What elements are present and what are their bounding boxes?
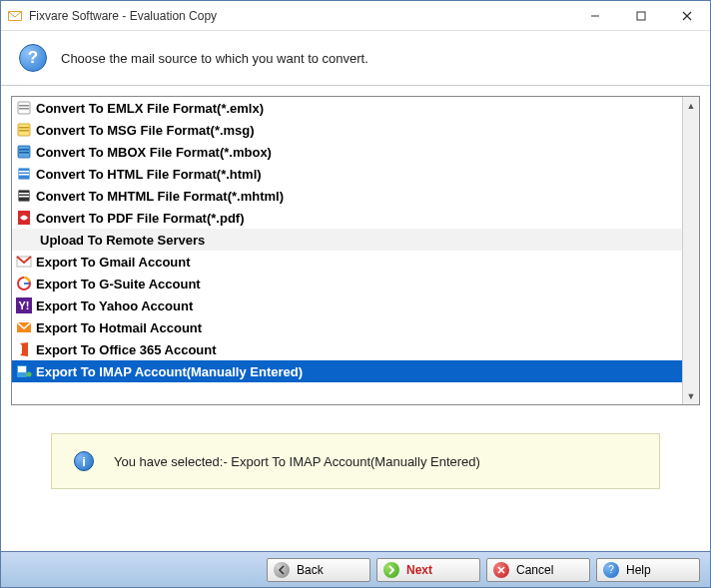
list-item-label: Convert To PDF File Format(*.pdf) — [36, 211, 244, 226]
next-button[interactable]: Next — [376, 558, 480, 582]
list-item-hotmail[interactable]: Export To Hotmail Account — [12, 316, 682, 338]
minimize-button[interactable] — [572, 1, 618, 30]
mbox-icon — [16, 144, 32, 160]
svg-rect-28 — [18, 366, 26, 372]
cancel-button[interactable]: Cancel — [486, 558, 590, 582]
bottom-bar: Back Next Cancel ? Help — [1, 551, 710, 587]
list-item-yahoo[interactable]: Y!Export To Yahoo Account — [12, 294, 682, 316]
o365-icon — [16, 341, 32, 357]
next-label: Next — [406, 563, 432, 577]
section-header-label: Upload To Remote Servers — [40, 233, 205, 248]
help-button[interactable]: ? Help — [596, 558, 700, 582]
svg-rect-3 — [637, 12, 645, 20]
svg-rect-20 — [19, 196, 29, 198]
list-item-html[interactable]: Convert To HTML File Format(*.html) — [12, 163, 682, 185]
window-controls — [572, 1, 710, 30]
gmail-icon — [16, 254, 32, 270]
main-panel: Convert To EMLX File Format(*.emlx)Conve… — [1, 86, 710, 551]
svg-rect-8 — [19, 108, 29, 110]
svg-rect-7 — [19, 105, 29, 107]
scrollbar[interactable]: ▲ ▼ — [682, 97, 699, 404]
list-item-label: Convert To MHTML File Format(*.mhtml) — [36, 189, 284, 204]
list-section-header: Upload To Remote Servers — [12, 229, 682, 251]
hotmail-icon — [16, 319, 32, 335]
svg-rect-19 — [19, 193, 29, 195]
cancel-label: Cancel — [516, 563, 553, 577]
svg-rect-17 — [19, 174, 29, 176]
list-item-label: Convert To MSG File Format(*.msg) — [36, 123, 255, 138]
list-item-label: Export To IMAP Account(Manually Entered) — [36, 364, 303, 379]
status-text: You have selected:- Export To IMAP Accou… — [114, 454, 480, 469]
svg-rect-10 — [19, 127, 29, 129]
titlebar: Fixvare Software - Evaluation Copy — [1, 1, 710, 31]
svg-rect-14 — [19, 152, 29, 154]
list-item-label: Convert To EMLX File Format(*.emlx) — [36, 101, 264, 116]
list-item-label: Export To Hotmail Account — [36, 320, 202, 335]
list-item-gsuite[interactable]: Export To G-Suite Account — [12, 273, 682, 294]
maximize-button[interactable] — [618, 1, 664, 30]
cancel-x-icon — [493, 562, 509, 578]
list-item-label: Convert To HTML File Format(*.html) — [36, 167, 262, 182]
list-item-imap[interactable]: Export To IMAP Account(Manually Entered) — [12, 360, 682, 382]
list-item-label: Export To Gmail Account — [36, 255, 191, 270]
svg-rect-16 — [19, 171, 29, 173]
list-item-label: Export To Yahoo Account — [36, 298, 193, 313]
back-label: Back — [297, 563, 324, 577]
html-icon — [16, 166, 32, 182]
next-arrow-icon — [383, 562, 399, 578]
list-item-mhtml[interactable]: Convert To MHTML File Format(*.mhtml) — [12, 185, 682, 207]
app-icon — [7, 8, 23, 24]
instruction-text: Choose the mail source to which you want… — [61, 51, 368, 66]
question-icon: ? — [19, 44, 47, 72]
msg-icon — [16, 122, 32, 138]
status-prefix: You have selected:- — [114, 454, 231, 469]
svg-rect-13 — [19, 149, 29, 151]
pdf-icon — [16, 210, 32, 226]
list-item-pdf[interactable]: Convert To PDF File Format(*.pdf) — [12, 207, 682, 229]
svg-text:Y!: Y! — [19, 299, 30, 311]
status-value: Export To IMAP Account(Manually Entered) — [231, 454, 480, 469]
emlx-icon — [16, 100, 32, 116]
status-box: i You have selected:- Export To IMAP Acc… — [51, 433, 660, 489]
list-item-label: Export To Office 365 Account — [36, 342, 217, 357]
yahoo-icon: Y! — [16, 297, 32, 313]
svg-rect-11 — [19, 130, 29, 132]
scroll-down-icon[interactable]: ▼ — [685, 389, 698, 402]
instruction-bar: ? Choose the mail source to which you wa… — [1, 31, 710, 85]
app-window: Fixvare Software - Evaluation Copy ? Cho… — [0, 0, 711, 588]
help-label: Help — [626, 563, 651, 577]
svg-point-29 — [27, 372, 32, 377]
help-q-icon: ? — [603, 562, 619, 578]
format-list[interactable]: Convert To EMLX File Format(*.emlx)Conve… — [12, 97, 682, 404]
list-item-emlx[interactable]: Convert To EMLX File Format(*.emlx) — [12, 97, 682, 119]
list-item-msg[interactable]: Convert To MSG File Format(*.msg) — [12, 119, 682, 141]
list-item-label: Export To G-Suite Account — [36, 277, 201, 292]
list-item-gmail[interactable]: Export To Gmail Account — [12, 251, 682, 273]
info-icon: i — [74, 451, 94, 471]
mhtml-icon — [16, 188, 32, 204]
back-arrow-icon — [274, 562, 290, 578]
list-item-label: Convert To MBOX File Format(*.mbox) — [36, 145, 272, 160]
imap-icon — [16, 363, 32, 379]
close-button[interactable] — [664, 1, 710, 30]
list-item-mbox[interactable]: Convert To MBOX File Format(*.mbox) — [12, 141, 682, 163]
scroll-up-icon[interactable]: ▲ — [685, 99, 698, 112]
list-item-o365[interactable]: Export To Office 365 Account — [12, 338, 682, 360]
window-title: Fixvare Software - Evaluation Copy — [29, 9, 572, 23]
back-button[interactable]: Back — [267, 558, 370, 582]
gsuite-icon — [16, 276, 32, 292]
format-list-container: Convert To EMLX File Format(*.emlx)Conve… — [11, 96, 700, 405]
